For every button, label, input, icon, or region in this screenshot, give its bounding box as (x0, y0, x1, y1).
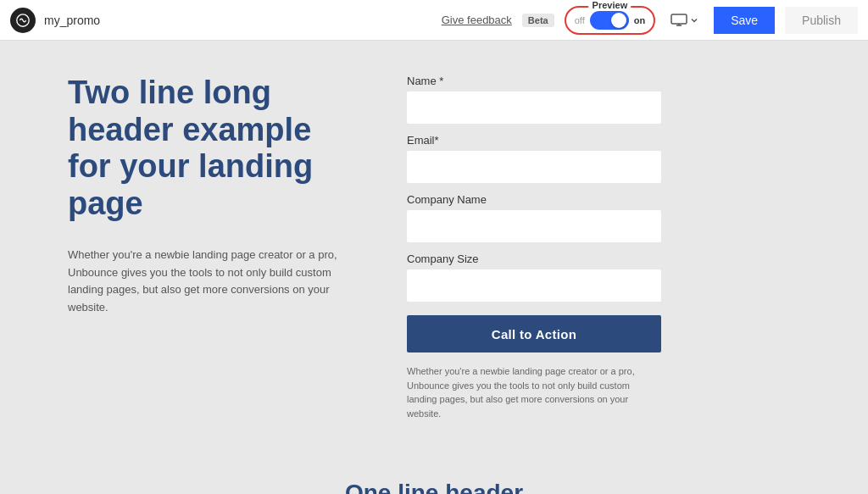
email-input[interactable] (407, 151, 661, 183)
name-field-group: Name * (407, 75, 661, 124)
landing-page-body: Whether you're a newbie landing page cre… (68, 247, 356, 317)
company-size-label: Company Size (407, 253, 661, 265)
top-navigation: my_promo Give feedback Beta Preview off … (0, 0, 868, 41)
company-size-field-group: Company Size (407, 253, 661, 302)
company-name-field-group: Company Name (407, 193, 661, 242)
company-name-input[interactable] (407, 210, 661, 242)
chevron-down-icon (690, 16, 698, 25)
give-feedback-link[interactable]: Give feedback (442, 14, 512, 26)
toggle-on-label: on (634, 15, 645, 25)
bottom-section: One line header (0, 454, 868, 494)
desktop-icon (670, 14, 687, 27)
preview-toggle-container: Preview off on (565, 6, 655, 35)
name-input[interactable] (407, 92, 661, 124)
preview-label: Preview (589, 0, 632, 10)
landing-page-header: Two line long header example for your la… (68, 75, 356, 223)
publish-button[interactable]: Publish (785, 7, 858, 34)
app-logo (10, 8, 36, 33)
save-button[interactable]: Save (714, 7, 775, 34)
device-selector[interactable] (665, 10, 704, 31)
toggle-off-label: off (575, 15, 585, 25)
lp-form-column: Name * Email* Company Name Company Size … (407, 75, 661, 420)
landing-page-section: Two line long header example for your la… (0, 41, 868, 454)
form-footer-text: Whether you're a newbie landing page cre… (407, 364, 661, 420)
main-content: Two line long header example for your la… (0, 41, 868, 494)
email-label: Email* (407, 134, 661, 147)
beta-badge: Beta (522, 14, 554, 27)
name-label: Name * (407, 75, 661, 87)
company-name-label: Company Name (407, 193, 661, 206)
svg-rect-1 (671, 14, 687, 24)
lp-left-column: Two line long header example for your la… (68, 75, 356, 317)
nav-right-actions: Give feedback Beta Preview off on Save P… (442, 6, 858, 35)
project-name: my_promo (44, 14, 100, 27)
bottom-header: One line header (68, 480, 800, 494)
company-size-input[interactable] (407, 269, 661, 302)
cta-button[interactable]: Call to Action (407, 315, 661, 352)
email-field-group: Email* (407, 134, 661, 183)
preview-toggle[interactable] (590, 11, 629, 30)
